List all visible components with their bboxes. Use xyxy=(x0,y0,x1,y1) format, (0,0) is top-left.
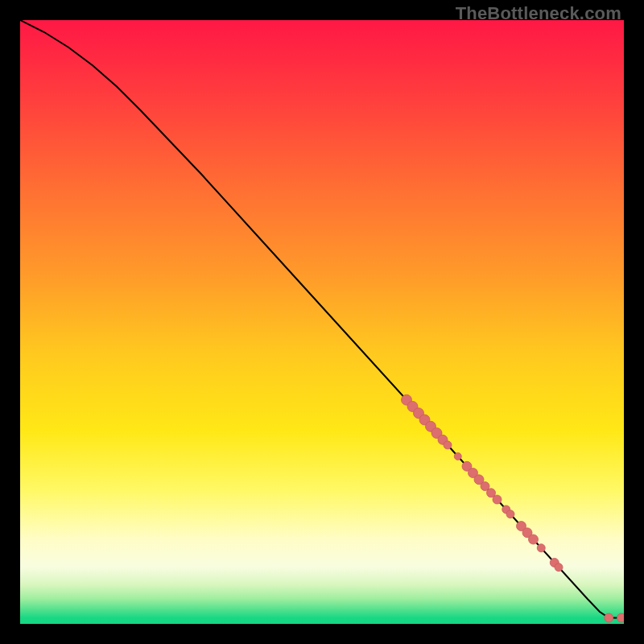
data-point xyxy=(605,613,613,622)
bottleneck-chart xyxy=(20,20,624,624)
gradient-background xyxy=(20,20,624,624)
data-point xyxy=(555,564,563,572)
data-point xyxy=(537,544,545,552)
data-point xyxy=(529,535,539,544)
data-point xyxy=(617,613,625,622)
data-point xyxy=(444,441,452,449)
chart-panel xyxy=(20,20,624,624)
watermark-text: TheBottleneck.com xyxy=(456,3,621,24)
data-point xyxy=(506,510,514,518)
data-point xyxy=(493,495,502,504)
data-point xyxy=(454,452,461,460)
